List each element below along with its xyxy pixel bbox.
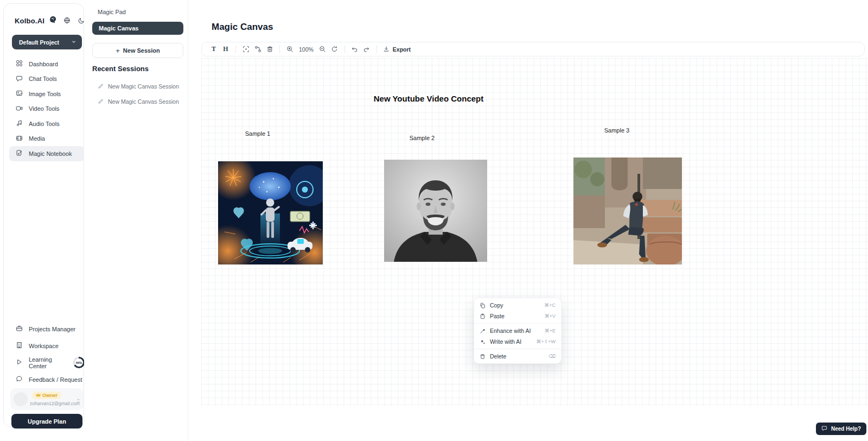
sidebar-item-label: Chat Tools <box>29 75 57 82</box>
sidebar-item-image-tools[interactable]: Image Tools <box>9 86 85 102</box>
canvas-image-sample-2[interactable] <box>384 160 487 264</box>
sidebar-item-audio-tools[interactable]: Audio Tools <box>9 116 85 131</box>
recent-sessions-heading: Recent Sessions <box>92 65 149 73</box>
sidebar-item-workspace[interactable]: Workspace <box>9 337 85 354</box>
video-camera-icon <box>16 105 23 113</box>
zoom-level-value[interactable]: 100% <box>299 46 314 53</box>
page-title: Magic Canvas <box>212 22 273 33</box>
canvas-image-sample-3[interactable] <box>573 158 682 267</box>
canvas-text-sample-3[interactable]: Sample 3 <box>590 127 644 134</box>
menu-item-label: Paste <box>490 313 540 319</box>
sidebar: Kolbo.AI Default Project Dashboard Chat … <box>3 3 84 427</box>
menu-item-shortcut: ⌘+C <box>544 303 556 308</box>
secondary-nav: Projects Manager Workspace Learning Cent… <box>9 320 85 388</box>
briefcase-icon <box>16 325 23 333</box>
sidebar-item-chat-tools[interactable]: Chat Tools <box>9 72 85 87</box>
ai-select-tool-button[interactable] <box>240 43 252 55</box>
sidebar-item-label: Media <box>29 135 45 142</box>
flow-connector-tool-button[interactable] <box>252 43 264 55</box>
export-button[interactable]: Export <box>381 46 413 53</box>
recent-session-item[interactable]: New Magic Canvas Session <box>98 82 187 91</box>
crown-icon <box>36 393 41 398</box>
recent-session-label: New Magic Canvas Session <box>108 98 179 105</box>
menu-item-shortcut: ⌘+E <box>545 328 556 333</box>
sidebar-item-label: Feedback / Request <box>29 376 82 383</box>
pencil-icon <box>98 83 104 90</box>
recent-session-item[interactable]: New Magic Canvas Session <box>98 97 187 106</box>
sidebar-item-feedback-request[interactable]: Feedback / Request <box>9 371 85 388</box>
panel-item-magic-pad[interactable]: Magic Pad <box>98 9 126 15</box>
sidebar-item-label: Image Tools <box>29 91 61 97</box>
menu-item-label: Delete <box>490 353 544 360</box>
canvas-toolbar: T H 100% Export <box>201 42 865 56</box>
context-menu-item-copy[interactable]: Copy ⌘+C <box>474 300 561 311</box>
context-menu-item-delete[interactable]: Delete ⌫ <box>474 351 561 362</box>
menu-divider <box>474 323 561 324</box>
primary-nav: Dashboard Chat Tools Image Tools Video T… <box>9 56 85 161</box>
chat-bubble-icon <box>16 75 23 83</box>
trash-icon <box>480 354 486 360</box>
context-menu-item-write-with-ai[interactable]: Write with AI ⌘+⇧+W <box>474 336 561 347</box>
plus-icon: + <box>116 47 120 55</box>
reset-rotation-button[interactable] <box>329 43 341 55</box>
sidebar-item-dashboard[interactable]: Dashboard <box>9 56 85 72</box>
zoom-in-button[interactable] <box>284 43 296 55</box>
upgrade-plan-label: Upgrade Plan <box>28 418 66 425</box>
need-help-button[interactable]: Need Help? <box>816 423 866 435</box>
magic-wand-icon <box>480 328 486 334</box>
trash-tool-button[interactable] <box>264 43 276 55</box>
sidebar-item-projects-manager[interactable]: Projects Manager <box>9 320 85 337</box>
user-email: zoharvan12@gmail.com <box>30 401 80 406</box>
sidebar-item-label: Audio Tools <box>29 121 60 127</box>
sidebar-item-label: Projects Manager <box>29 326 75 332</box>
image-icon <box>16 90 23 98</box>
text-tool-button[interactable]: T <box>208 43 220 55</box>
menu-divider <box>474 349 561 349</box>
user-account-chip[interactable]: Owner zoharvan12@gmail.com <box>10 388 84 410</box>
context-menu-item-enhance-with-ai[interactable]: Enhance with AI ⌘+E <box>474 325 561 336</box>
zoom-out-button[interactable] <box>317 43 329 55</box>
sidebar-item-label: Magic Notebook <box>29 150 72 157</box>
feedback-bubble-icon <box>16 375 23 383</box>
sidebar-item-label: Learning Center <box>29 356 66 369</box>
sidebar-item-label: Dashboard <box>29 61 58 67</box>
paste-icon <box>480 313 486 319</box>
owner-badge-label: Owner <box>42 393 58 398</box>
help-chat-icon <box>821 425 827 432</box>
project-selector[interactable]: Default Project <box>12 35 82 49</box>
learning-progress-badge: 66% <box>73 357 85 368</box>
menu-item-shortcut: ⌫ <box>548 354 556 359</box>
menu-item-label: Copy <box>490 302 540 308</box>
upgrade-plan-button[interactable]: Upgrade Plan <box>11 414 82 429</box>
building-icon <box>16 342 23 350</box>
undo-button[interactable] <box>349 43 361 55</box>
sidebar-item-learning-center[interactable]: Learning Center 66% <box>9 354 85 371</box>
canvas-image-sample-1[interactable] <box>218 161 323 267</box>
sparkles-icon <box>480 339 486 345</box>
chevron-down-icon <box>71 39 76 46</box>
session-panel: Magic Pad Magic Canvas + New Session Rec… <box>84 0 188 441</box>
sidebar-item-magic-notebook[interactable]: Magic Notebook <box>9 146 85 161</box>
context-menu: Copy ⌘+C Paste ⌘+V Enhance with AI ⌘+E W… <box>474 298 561 364</box>
sidebar-item-media[interactable]: Media <box>9 131 85 147</box>
magic-canvas-board[interactable]: New Youtube Video Concept Sample 1 Sampl… <box>201 58 868 406</box>
canvas-text-sample-2[interactable]: Sample 2 <box>395 135 449 141</box>
heading-tool-button[interactable]: H <box>220 43 232 55</box>
new-session-button[interactable]: + New Session <box>92 43 183 58</box>
menu-item-shortcut: ⌘+V <box>545 313 556 319</box>
avatar <box>14 392 28 406</box>
music-note-icon <box>16 119 23 128</box>
panel-item-magic-canvas[interactable]: Magic Canvas <box>92 22 183 35</box>
context-menu-item-paste[interactable]: Paste ⌘+V <box>474 311 561 322</box>
project-selector-label: Default Project <box>19 39 59 46</box>
copy-icon <box>480 303 486 308</box>
canvas-text-title[interactable]: New Youtube Video Concept <box>347 94 510 103</box>
pencil-icon <box>98 98 104 105</box>
media-icon <box>16 135 23 143</box>
language-globe-icon[interactable] <box>63 16 71 26</box>
canvas-text-sample-1[interactable]: Sample 1 <box>231 130 285 137</box>
dashboard-icon <box>16 60 23 68</box>
chevron-up-down-icon <box>76 396 80 406</box>
sidebar-item-video-tools[interactable]: Video Tools <box>9 102 85 117</box>
redo-button[interactable] <box>361 43 373 55</box>
